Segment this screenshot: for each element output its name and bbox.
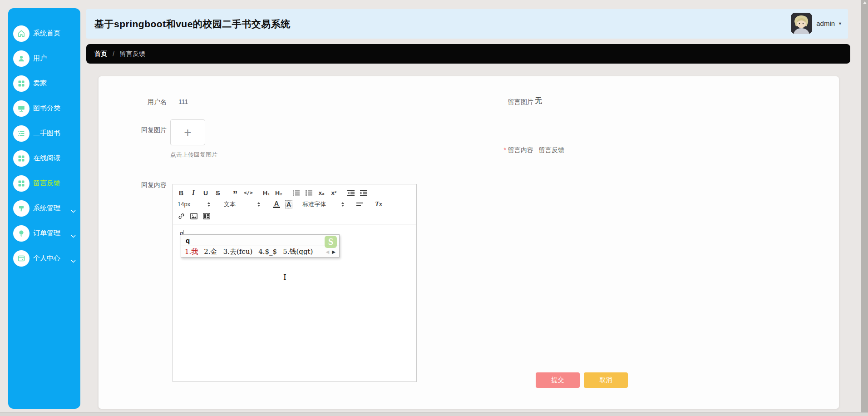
editor-toolbar: B I U S ” </> H₁ H₂ x₂ x²: [173, 184, 416, 224]
chevron-down-icon: [71, 207, 76, 215]
sidebar-item-system-mgmt[interactable]: 系统管理: [8, 196, 80, 221]
monitor-icon: [13, 100, 30, 117]
bullet-list-icon[interactable]: [305, 188, 312, 198]
sidebar-item-label: 系统管理: [33, 204, 60, 213]
text-color-icon[interactable]: A: [273, 200, 280, 208]
sidebar-item-home[interactable]: 系统首页: [8, 21, 80, 46]
strikethrough-icon[interactable]: S: [214, 188, 222, 198]
ime-composition-row: q S: [181, 235, 339, 246]
user-menu[interactable]: admin ▼: [791, 13, 842, 34]
username-value: 111: [178, 98, 188, 105]
scroll-up-icon: [863, 1, 867, 4]
breadcrumb: 首页 / 留言反馈: [86, 44, 850, 64]
message-image-label: 留言图片: [465, 98, 533, 106]
ime-candidate[interactable]: 2.金: [204, 248, 217, 256]
underline-icon[interactable]: U: [202, 188, 209, 198]
page-title: 基于springboot和vue的校园二手书交易系统: [94, 18, 291, 30]
ime-candidate-row: 1.我 2.金 3.去(fcu) 4.$_$ 5.钱(qgt) ◀ ▶: [181, 246, 339, 257]
chevron-down-icon: [71, 232, 76, 240]
clear-format-icon[interactable]: Tx: [375, 200, 382, 209]
upload-hint-text: 点击上传回复图片: [170, 151, 217, 159]
sidebar-item-order-mgmt[interactable]: 订单管理: [8, 221, 80, 246]
link-icon[interactable]: [178, 212, 185, 221]
outdent-icon[interactable]: [347, 188, 355, 198]
sidebar-item-label: 用户: [33, 54, 47, 63]
ibeam-cursor: I: [283, 272, 286, 282]
window-edge: [0, 412, 868, 416]
header: 基于springboot和vue的校园二手书交易系统 admin ▼: [86, 9, 848, 39]
indent-icon[interactable]: [360, 188, 367, 198]
username-label: 用户名: [99, 98, 167, 106]
message-content-label: *留言内容: [465, 146, 533, 154]
superscript-icon[interactable]: x²: [330, 188, 337, 198]
reply-image-label: 回复图片: [99, 126, 167, 134]
reply-content-label: 回复内容: [99, 181, 167, 189]
sidebar-item-online-reading[interactable]: 在线阅读: [8, 146, 80, 171]
chevron-down-icon: [71, 257, 76, 265]
sidebar-item-personal-center[interactable]: 个人中心: [8, 246, 80, 271]
font-family-value: 标准字体: [302, 200, 326, 208]
sidebar-item-label: 个人中心: [33, 254, 60, 262]
paragraph-style-picker[interactable]: 文本: [224, 200, 260, 208]
grid-icon: [13, 75, 30, 92]
sidebar-item-label: 卖家: [33, 79, 47, 88]
font-family-picker[interactable]: 标准字体: [302, 200, 344, 208]
video-icon[interactable]: [203, 212, 210, 221]
sidebar-item-feedback[interactable]: 留言反馈: [8, 171, 80, 196]
bold-icon[interactable]: B: [178, 188, 185, 198]
sidebar-item-label: 二手图书: [33, 129, 60, 138]
plus-icon: +: [184, 126, 191, 139]
brush-icon: [13, 200, 30, 217]
home-icon: [13, 25, 30, 42]
sidebar-item-book-category[interactable]: 图书分类: [8, 96, 80, 121]
grid-icon: [13, 150, 30, 167]
sidebar-item-label: 留言反馈: [33, 179, 60, 188]
cancel-button[interactable]: 取消: [584, 372, 628, 388]
feedback-form-card: 用户名 111 留言图片 无 回复图片 + 点击上传回复图片 *留言内容 留言反…: [99, 76, 839, 409]
required-asterisk: *: [504, 146, 506, 154]
avatar[interactable]: [791, 13, 812, 34]
username-text: admin: [816, 20, 835, 27]
sidebar-item-label: 系统首页: [33, 29, 60, 38]
image-upload-button[interactable]: +: [170, 119, 205, 145]
caret-down-icon: ▼: [838, 21, 842, 26]
sidebar-item-used-books[interactable]: 二手图书: [8, 121, 80, 146]
font-size-picker[interactable]: 14px: [178, 201, 210, 208]
subscript-icon[interactable]: x₂: [318, 188, 325, 198]
ime-candidate[interactable]: 5.钱(qgt): [283, 248, 313, 256]
user-icon: [13, 50, 30, 67]
updown-arrows-icon: [207, 202, 210, 207]
breadcrumb-home[interactable]: 首页: [94, 50, 107, 58]
blockquote-icon[interactable]: ”: [232, 188, 239, 198]
image-icon[interactable]: [190, 212, 197, 221]
ime-popup: q S 1.我 2.金 3.去(fcu) 4.$_$ 5.钱(qgt) ◀ ▶: [181, 234, 340, 258]
ordered-list-icon[interactable]: [292, 188, 300, 198]
sidebar-item-label: 在线阅读: [33, 154, 60, 163]
updown-arrows-icon: [341, 202, 344, 207]
breadcrumb-separator: /: [113, 50, 114, 58]
italic-icon[interactable]: I: [190, 188, 197, 198]
sidebar-item-label: 图书分类: [33, 104, 60, 113]
header-2-icon[interactable]: H₂: [275, 188, 282, 198]
ime-composition-text: q: [186, 237, 190, 244]
sidebar-item-label: 订单管理: [33, 229, 60, 238]
list-icon: [13, 125, 30, 142]
ime-next-page-icon[interactable]: ▶: [332, 249, 335, 254]
card-icon: [13, 250, 30, 267]
breadcrumb-current: 留言反馈: [120, 50, 145, 58]
ime-prev-page-icon[interactable]: ◀: [326, 249, 330, 254]
sidebar-item-users[interactable]: 用户: [8, 46, 80, 71]
message-content-value: 留言反馈: [539, 146, 564, 154]
code-block-icon[interactable]: </>: [244, 188, 253, 198]
background-color-icon[interactable]: A: [285, 200, 292, 208]
align-icon[interactable]: [356, 200, 363, 209]
scrollbar[interactable]: [861, 0, 868, 416]
header-1-icon[interactable]: H₁: [263, 188, 270, 198]
ime-candidate[interactable]: 3.去(fcu): [223, 248, 253, 256]
font-size-value: 14px: [178, 201, 190, 208]
ime-candidate[interactable]: 4.$_$: [258, 248, 277, 256]
updown-arrows-icon: [257, 202, 260, 207]
ime-candidate[interactable]: 1.我: [185, 248, 198, 256]
sidebar-item-sellers[interactable]: 卖家: [8, 71, 80, 96]
submit-button[interactable]: 提交: [536, 372, 580, 388]
